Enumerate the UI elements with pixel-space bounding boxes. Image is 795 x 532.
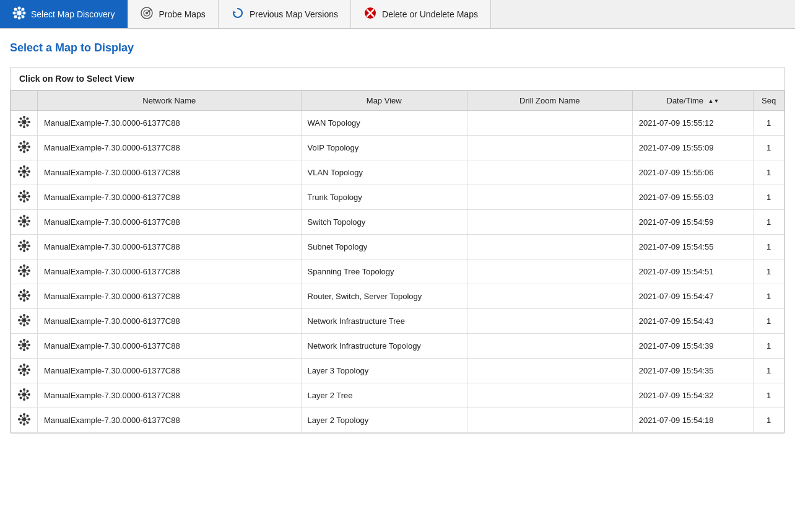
svg-point-181	[18, 344, 20, 346]
network-node-icon	[17, 338, 31, 352]
svg-point-5	[14, 8, 17, 11]
svg-point-7	[22, 8, 25, 11]
svg-point-44	[23, 150, 25, 153]
svg-point-45	[18, 146, 20, 148]
network-node-icon	[17, 264, 31, 277]
seq-cell: 1	[754, 359, 784, 383]
svg-point-47	[20, 142, 22, 145]
tab-select-map[interactable]: Select Map Discovery	[0, 0, 128, 28]
tab-prev-versions-label: Previous Map Versions	[250, 9, 338, 19]
table-row[interactable]: ManualExample-7.30.0000-61377C88Layer 2 …	[11, 408, 784, 433]
drill-zoom-cell	[467, 111, 632, 136]
page-content: Select a Map to Display Click on Row to …	[0, 29, 795, 434]
datetime-cell: 2021-07-09 15:55:12	[632, 111, 754, 136]
network-name-cell: ManualExample-7.30.0000-61377C88	[38, 259, 302, 284]
map-view-cell: Network Infrastructure Topology	[301, 334, 467, 359]
table-row[interactable]: ManualExample-7.30.0000-61377C88Spanning…	[11, 259, 784, 284]
svg-point-49	[27, 142, 29, 145]
datetime-cell: 2021-07-09 15:55:06	[632, 160, 754, 185]
network-name-cell: ManualExample-7.30.0000-61377C88	[38, 111, 302, 136]
drill-zoom-cell	[467, 259, 632, 284]
datetime-cell: 2021-07-09 15:54:51	[632, 259, 754, 284]
table-row[interactable]: ManualExample-7.30.0000-61377C88Switch T…	[11, 210, 784, 235]
svg-point-214	[23, 398, 25, 401]
svg-point-198	[18, 368, 20, 371]
network-name-cell: ManualExample-7.30.0000-61377C88	[38, 309, 302, 334]
svg-point-96	[18, 220, 20, 222]
network-node-icon	[17, 313, 31, 327]
svg-point-101	[20, 224, 22, 226]
seq-cell: 1	[754, 309, 784, 334]
seq-cell: 1	[754, 136, 784, 160]
network-node-icon	[17, 165, 31, 178]
svg-point-145	[23, 289, 25, 292]
svg-point-117	[27, 242, 29, 244]
svg-point-111	[23, 240, 25, 242]
network-node-icon	[17, 289, 31, 302]
svg-point-94	[23, 215, 25, 217]
table-row[interactable]: ManualExample-7.30.0000-61377C88Trunk To…	[11, 185, 784, 210]
svg-point-84	[20, 199, 22, 201]
svg-point-199	[28, 368, 30, 371]
svg-point-114	[28, 245, 30, 247]
row-icon-cell	[11, 383, 38, 408]
svg-point-185	[27, 341, 29, 343]
svg-point-62	[18, 170, 20, 173]
table-row[interactable]: ManualExample-7.30.0000-61377C88WAN Topo…	[11, 111, 784, 136]
drill-zoom-cell	[467, 185, 632, 210]
seq-cell: 1	[754, 235, 784, 259]
map-view-cell: WAN Topology	[301, 111, 467, 136]
network-name-cell: ManualExample-7.30.0000-61377C88	[38, 160, 302, 185]
delete-icon	[363, 6, 377, 22]
svg-point-182	[28, 344, 30, 346]
tab-probe-maps[interactable]: Probe Maps	[128, 0, 218, 28]
datetime-cell: 2021-07-09 15:54:18	[632, 408, 754, 433]
table-row[interactable]: ManualExample-7.30.0000-61377C88Subnet T…	[11, 235, 784, 259]
svg-point-79	[18, 195, 20, 198]
table-instruction: Click on Row to Select View	[11, 68, 784, 90]
table-row[interactable]: ManualExample-7.30.0000-61377C88Layer 2 …	[11, 383, 784, 408]
svg-point-196	[23, 364, 25, 366]
network-node-icon	[17, 190, 31, 203]
svg-point-133	[27, 273, 29, 276]
svg-point-168	[27, 316, 29, 318]
svg-point-146	[23, 299, 25, 302]
svg-point-132	[20, 266, 22, 269]
svg-point-33	[20, 124, 22, 127]
drill-zoom-cell	[467, 160, 632, 185]
table-row[interactable]: ManualExample-7.30.0000-61377C88Network …	[11, 309, 784, 334]
svg-point-202	[27, 365, 29, 368]
table-row[interactable]: ManualExample-7.30.0000-61377C88Network …	[11, 334, 784, 359]
svg-point-231	[23, 423, 25, 425]
tab-delete-maps[interactable]: Delete or Undelete Maps	[351, 0, 491, 28]
table-row[interactable]: ManualExample-7.30.0000-61377C88VLAN Top…	[11, 160, 784, 185]
datetime-cell: 2021-07-09 15:54:47	[632, 284, 754, 309]
row-icon-cell	[11, 408, 38, 433]
seq-cell: 1	[754, 408, 784, 433]
tab-prev-versions[interactable]: Previous Map Versions	[219, 0, 351, 28]
svg-point-60	[23, 165, 25, 168]
seq-cell: 1	[754, 259, 784, 284]
svg-point-1	[18, 7, 21, 10]
table-row[interactable]: ManualExample-7.30.0000-61377C88Router, …	[11, 284, 784, 309]
svg-point-80	[28, 195, 30, 198]
svg-point-233	[28, 418, 30, 421]
svg-point-99	[27, 224, 29, 226]
svg-point-95	[23, 225, 25, 227]
svg-point-116	[27, 248, 29, 251]
datetime-cell: 2021-07-09 15:54:55	[632, 235, 754, 259]
svg-point-98	[20, 217, 22, 219]
page-title: Select a Map to Display	[10, 41, 785, 55]
svg-point-148	[28, 294, 30, 297]
table-header-row: Network Name Map View Drill Zoom Name Da…	[11, 91, 784, 111]
datetime-cell: 2021-07-09 15:54:59	[632, 210, 754, 235]
svg-point-64	[20, 167, 22, 170]
table-row[interactable]: ManualExample-7.30.0000-61377C88Layer 3 …	[11, 359, 784, 383]
network-name-cell: ManualExample-7.30.0000-61377C88	[38, 334, 302, 359]
col-datetime-header[interactable]: Date/Time ▲▼	[632, 91, 754, 111]
svg-point-65	[27, 174, 29, 177]
svg-point-232	[18, 418, 20, 421]
row-icon-cell	[11, 111, 38, 136]
table-row[interactable]: ManualExample-7.30.0000-61377C88VoIP Top…	[11, 136, 784, 160]
tab-delete-maps-label: Delete or Undelete Maps	[382, 9, 478, 19]
